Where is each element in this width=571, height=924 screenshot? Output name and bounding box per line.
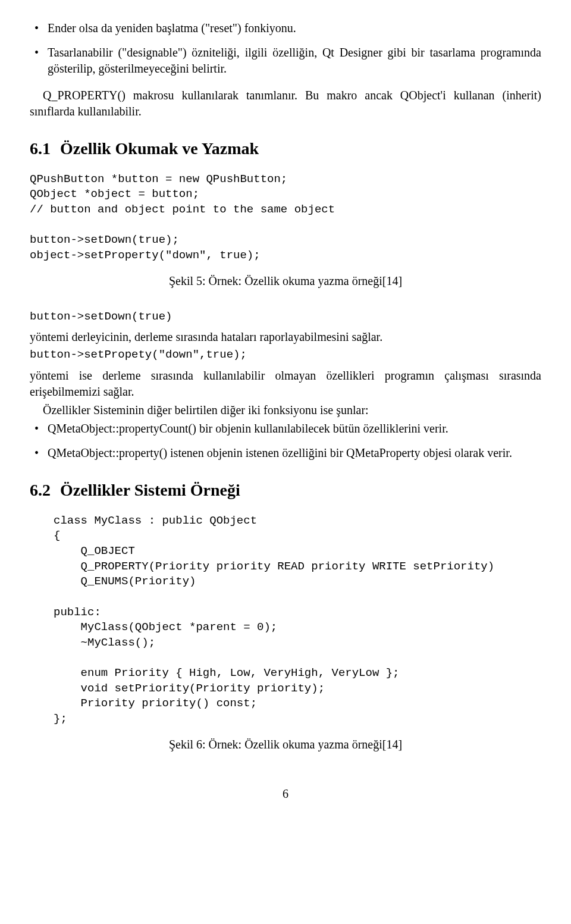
code-line-setpropety: button->setPropety("down",true); (30, 347, 541, 363)
list-item: Ender olsa da yeniden başlatma ("reset")… (30, 20, 541, 36)
figure-caption-6: Şekil 6: Örnek: Özellik okuma yazma örne… (30, 737, 541, 753)
section-number: 6.1 (30, 139, 51, 158)
section-number: 6.2 (30, 481, 51, 499)
list-item: QMetaObject::property() istenen objenin … (30, 445, 541, 461)
paragraph-qproperty: Q_PROPERTY() makrosu kullanılarak tanıml… (30, 87, 541, 120)
code-block-1: QPushButton *button = new QPushButton; Q… (30, 172, 541, 264)
list-item: QMetaObject::propertyCount() bir objenin… (30, 421, 541, 437)
page-number: 6 (30, 786, 541, 802)
code-line-setdown: button->setDown(true) (30, 309, 541, 325)
section-heading-6-1: 6.1Özellik Okumak ve Yazmak (30, 137, 541, 160)
mid-bullet-list: QMetaObject::propertyCount() bir objenin… (30, 421, 541, 461)
paragraph-derleyici: yöntemi derleyicinin, derleme sırasında … (30, 329, 541, 345)
section-title: Özellik Okumak ve Yazmak (60, 139, 259, 158)
top-bullet-list: Ender olsa da yeniden başlatma ("reset")… (30, 20, 541, 77)
section-heading-6-2: 6.2Özellikler Sistemi Örneği (30, 479, 541, 502)
section-title: Özellikler Sistemi Örneği (60, 481, 240, 499)
paragraph-derleme: yöntemi ise derleme sırasında kullanılab… (30, 368, 541, 400)
paragraph-ozellikler: Özellikler Sisteminin diğer belirtilen d… (30, 402, 541, 418)
list-item: Tasarlanabilir ("designable") özniteliği… (30, 45, 541, 77)
code-block-2: class MyClass : public QObject { Q_OBJEC… (54, 513, 541, 727)
figure-caption-5: Şekil 5: Örnek: Özellik okuma yazma örne… (30, 273, 541, 289)
